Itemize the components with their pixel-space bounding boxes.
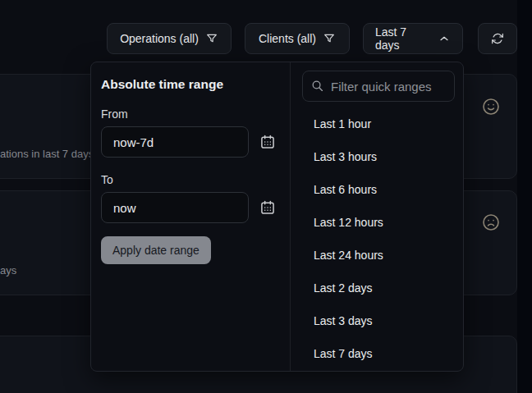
refresh-icon [491,32,504,45]
quick-range-option-last-24-hours[interactable]: Last 24 hours [291,239,463,272]
from-calendar-button[interactable] [259,134,276,150]
to-input[interactable] [101,192,249,223]
card-caption-fragment: ays [0,264,16,276]
operations-filter-button[interactable]: Operations (all) [107,23,232,54]
chevron-up-icon [438,32,451,45]
filter-funnel-icon [205,32,218,45]
quick-ranges-list: Last 1 hour Last 3 hours Last 6 hours La… [291,107,463,370]
absolute-range-section: Absolute time range From To [91,62,290,371]
app-window: ations in last 7 days ays Operations (al… [0,0,532,393]
from-label: From [101,107,278,121]
calendar-icon [259,199,276,216]
quick-ranges-section: Last 1 hour Last 3 hours Last 6 hours La… [290,62,463,371]
page-right-gutter [517,0,532,393]
card-caption-fragment: ations in last 7 days [0,148,94,160]
sad-face-icon [481,212,501,232]
calendar-icon [259,134,276,150]
smiley-face-icon [481,97,501,117]
quick-range-option-last-3-days[interactable]: Last 3 days [291,304,463,337]
time-range-dropdown: Absolute time range From To [90,62,464,372]
quick-ranges-search-input[interactable] [302,71,455,102]
from-input[interactable] [101,126,249,158]
quick-range-option-last-1-hour[interactable]: Last 1 hour [291,107,463,140]
quick-range-option-last-2-days[interactable]: Last 2 days [291,272,463,304]
to-calendar-button[interactable] [259,199,276,216]
filter-funnel-icon [323,32,336,45]
to-label: To [101,173,278,186]
clients-filter-label: Clients (all) [259,32,316,45]
quick-range-option-last-3-hours[interactable]: Last 3 hours [291,140,463,173]
quick-range-option-last-6-hours[interactable]: Last 6 hours [291,173,463,206]
clients-filter-button[interactable]: Clients (all) [245,23,350,54]
refresh-button[interactable] [478,23,517,54]
quick-range-option-last-12-hours[interactable]: Last 12 hours [291,206,463,239]
quick-range-option-last-7-days[interactable]: Last 7 days [291,337,463,370]
operations-filter-label: Operations (all) [120,32,199,45]
apply-date-range-button[interactable]: Apply date range [101,236,211,264]
time-range-label: Last 7 days [375,25,431,52]
time-range-button[interactable]: Last 7 days [363,23,463,54]
absolute-range-title: Absolute time range [101,77,278,92]
